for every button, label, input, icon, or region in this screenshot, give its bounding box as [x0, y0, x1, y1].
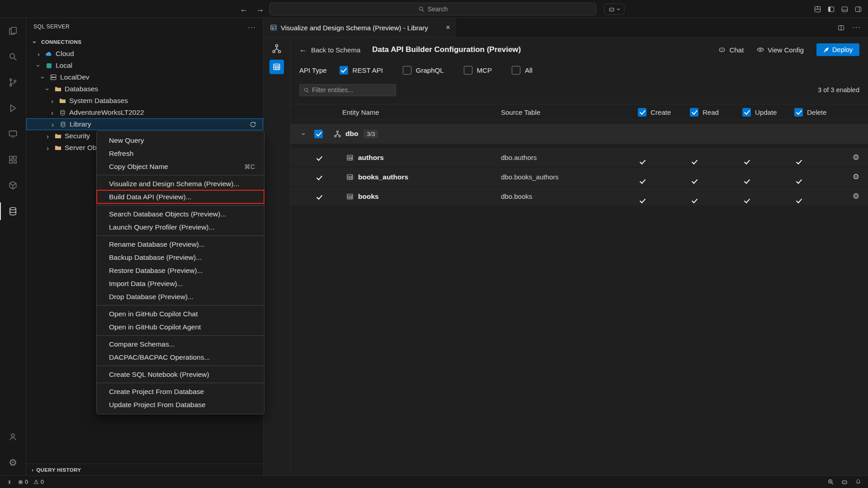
command-center-search[interactable]: Search: [269, 3, 596, 15]
all-checkbox[interactable]: [512, 66, 520, 75]
api-type-row: API Type REST API GraphQL MCP All: [290, 62, 868, 78]
toggle-sidebar-icon[interactable]: [827, 5, 835, 13]
settings-gear-icon[interactable]: ⚙: [0, 450, 26, 475]
menu-item-launch-query-profiler[interactable]: Launch Query Profiler (Preview)...: [97, 221, 264, 234]
menu-item-open-copilot-agent[interactable]: Open in GitHub Copilot Agent: [97, 320, 264, 333]
copilot-icon[interactable]: [841, 479, 848, 486]
create-all-checkbox[interactable]: [638, 108, 646, 117]
copilot-menu-button[interactable]: ›: [604, 4, 624, 15]
database-icon: [59, 120, 67, 128]
row-settings-gear-icon[interactable]: ⚙: [843, 153, 868, 162]
toggle-panel-icon[interactable]: [841, 5, 849, 13]
view-config-button[interactable]: View Config: [756, 46, 804, 54]
mcp-checkbox[interactable]: [464, 66, 472, 75]
search-icon: [303, 87, 309, 93]
tree-item-local[interactable]: › Local: [26, 60, 263, 71]
bell-icon[interactable]: [855, 479, 862, 485]
menu-item-restore-database[interactable]: Restore Database (Preview)...: [97, 264, 264, 277]
api-option-rest[interactable]: REST API: [340, 66, 383, 75]
run-debug-icon[interactable]: [0, 95, 26, 121]
menu-item-new-query[interactable]: New Query: [97, 134, 264, 147]
tree-item-label: Library: [70, 120, 91, 128]
rest-api-checkbox[interactable]: [340, 66, 348, 75]
entity-row-books[interactable]: books dbo.books ⚙: [290, 187, 868, 206]
menu-item-create-project-from-database[interactable]: Create Project From Database: [97, 385, 264, 398]
menu-item-visualize-design-schema[interactable]: Visualize and Design Schema (Preview)...: [97, 177, 264, 190]
graphql-checkbox[interactable]: [403, 66, 411, 75]
menu-item-update-project-from-database[interactable]: Update Project From Database: [97, 398, 264, 411]
api-option-graphql[interactable]: GraphQL: [403, 66, 444, 75]
api-type-label: API Type: [299, 66, 327, 74]
tree-item-localdev[interactable]: › LocalDev: [26, 71, 263, 83]
tree-item-system-databases[interactable]: › System Databases: [26, 95, 263, 107]
read-all-checkbox[interactable]: [690, 108, 698, 117]
database-projects-icon[interactable]: [0, 173, 26, 198]
sql-server-view-icon[interactable]: [0, 198, 26, 224]
more-actions-icon[interactable]: ···: [248, 23, 256, 31]
menu-item-rename-database[interactable]: Rename Database (Preview)...: [97, 238, 264, 251]
remote-indicator-icon[interactable]: [6, 479, 13, 485]
tab-visualize-design-schema[interactable]: Visualize and Design Schema (Preview) - …: [264, 18, 455, 37]
extensions-icon[interactable]: [0, 147, 26, 173]
chat-button[interactable]: Chat: [718, 46, 744, 54]
tree-item-adventureworks[interactable]: › AdventureWorksLT2022: [26, 107, 263, 118]
delete-all-checkbox[interactable]: [794, 108, 803, 117]
query-history-section[interactable]: › QUERY HISTORY: [26, 464, 263, 475]
filter-entities-field[interactable]: [299, 84, 396, 96]
filter-entities-input[interactable]: [312, 86, 392, 94]
menu-item-backup-database[interactable]: Backup Database (Preview)...: [97, 251, 264, 264]
update-all-checkbox[interactable]: [742, 108, 751, 117]
menu-item-build-data-api[interactable]: Build Data API (Preview)...: [97, 190, 264, 203]
forward-arrow-icon[interactable]: →: [256, 5, 264, 14]
api-option-all[interactable]: All: [512, 66, 533, 75]
more-actions-icon[interactable]: ···: [852, 23, 861, 32]
account-icon[interactable]: [0, 424, 26, 450]
tree-section-connections[interactable]: › CONNECTIONS: [26, 36, 263, 48]
menu-item-create-sql-notebook[interactable]: Create SQL Notebook (Preview): [97, 368, 264, 381]
column-delete: Delete: [794, 108, 843, 117]
tree-item-library[interactable]: › Library: [26, 118, 263, 130]
entity-row-authors[interactable]: authors dbo.authors ⚙: [290, 148, 868, 167]
group-checkbox[interactable]: [314, 130, 323, 138]
split-editor-icon[interactable]: [837, 24, 845, 32]
row-settings-gear-icon[interactable]: ⚙: [843, 192, 868, 201]
remote-explorer-icon[interactable]: [0, 121, 26, 147]
chevron-right-icon: ›: [35, 50, 42, 58]
explorer-icon[interactable]: [0, 18, 26, 44]
menu-item-compare-schemas[interactable]: Compare Schemas...: [97, 338, 264, 351]
problems-indicator[interactable]: ⊗ 0 ⚠ 0: [18, 479, 44, 485]
menu-item-drop-database[interactable]: Drop Database (Preview)...: [97, 290, 264, 303]
api-option-mcp[interactable]: MCP: [464, 66, 492, 75]
data-api-builder-icon[interactable]: [269, 60, 284, 74]
entity-row-books-authors[interactable]: books_authors dbo.books_authors ⚙: [290, 168, 868, 186]
menu-item-refresh[interactable]: Refresh: [97, 147, 264, 160]
sidebar-title: SQL SERVER: [33, 23, 70, 30]
mcp-label: MCP: [477, 66, 492, 74]
menu-item-copy-object-name[interactable]: Copy Object Name⌘C: [97, 160, 264, 173]
customize-layout-icon[interactable]: [814, 5, 821, 13]
menu-item-search-database-objects[interactable]: Search Database Objects (Preview)...: [97, 207, 264, 221]
back-arrow-icon[interactable]: ←: [240, 5, 248, 14]
refresh-icon[interactable]: [250, 121, 256, 128]
all-label: All: [525, 66, 533, 74]
tree-item-label: Databases: [65, 85, 98, 93]
entities-table-header: Entity Name Source Table Create Read Upd…: [290, 104, 868, 120]
toggle-secondary-sidebar-icon[interactable]: [854, 5, 862, 13]
schema-diagram-icon[interactable]: [272, 44, 282, 54]
group-count-badge: 3/3: [363, 130, 378, 138]
row-settings-gear-icon[interactable]: ⚙: [843, 172, 868, 182]
deploy-button[interactable]: Deploy: [816, 43, 859, 56]
tree-item-cloud[interactable]: › Cloud: [26, 48, 263, 60]
menu-item-open-copilot-chat[interactable]: Open in GitHub Copilot Chat: [97, 307, 264, 320]
source-control-icon[interactable]: [0, 70, 26, 95]
menu-item-dacpac-bacpac[interactable]: DACPAC/BACPAC Operations...: [97, 351, 264, 364]
menu-item-import-data[interactable]: Import Data (Preview)...: [97, 277, 264, 290]
back-to-schema-button[interactable]: ← Back to Schema: [299, 45, 360, 54]
context-menu: New Query Refresh Copy Object Name⌘C Vis…: [96, 131, 264, 414]
schema-group-row-dbo[interactable]: › dbo 3/3: [290, 124, 868, 144]
search-view-icon[interactable]: [0, 44, 26, 70]
zoom-icon[interactable]: [827, 479, 834, 485]
chevron-down-icon[interactable]: ›: [300, 131, 308, 137]
close-icon[interactable]: ×: [446, 23, 450, 32]
tree-item-databases[interactable]: › Databases: [26, 83, 263, 95]
